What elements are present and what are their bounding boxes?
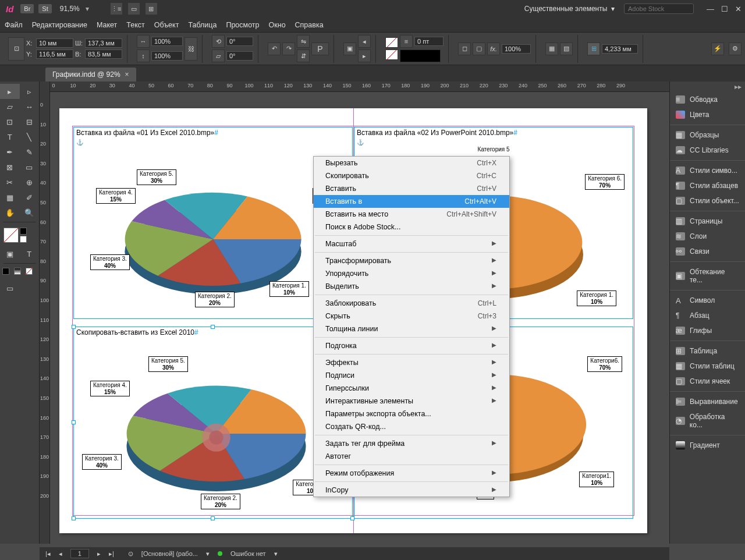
swap-fill-stroke[interactable] xyxy=(20,236,27,243)
stock-button[interactable]: St xyxy=(38,4,51,13)
panel-character[interactable]: AСимвол xyxy=(670,293,745,308)
page-nav-first[interactable]: |◂ xyxy=(45,550,51,558)
frame-fitting-icon[interactable]: ⊞ xyxy=(587,42,600,55)
ctx-item[interactable]: ЗаблокироватьCtrl+L xyxy=(314,297,509,310)
ctx-item[interactable]: Толщина линии▶ xyxy=(314,322,509,335)
shear-input[interactable] xyxy=(226,51,253,61)
ctx-item[interactable]: Эффекты▶ xyxy=(314,356,509,369)
stroke-style-dropdown[interactable] xyxy=(400,49,441,62)
apply-none[interactable] xyxy=(26,268,33,275)
minimize-button[interactable]: — xyxy=(707,5,714,13)
page-number[interactable]: 1 xyxy=(70,549,89,558)
preflight-status[interactable]: Ошибок нет xyxy=(230,550,266,557)
scale-x-input[interactable] xyxy=(151,37,183,46)
apply-color[interactable] xyxy=(2,268,9,275)
chart-frame-bl-selected[interactable]: Скопировать-вставить из Excel 2010# xyxy=(73,327,353,519)
ctx-item[interactable]: Интерактивные элементы▶ xyxy=(314,395,509,407)
ctx-item[interactable]: Вставить вCtrl+Alt+V xyxy=(314,195,509,208)
document-tab[interactable]: Графики.indd @ 92% × xyxy=(45,68,136,81)
page-nav-last[interactable]: ▸| xyxy=(109,550,114,558)
ctx-item[interactable]: Упорядочить▶ xyxy=(314,267,509,280)
fx-button[interactable]: fx. xyxy=(487,42,500,55)
close-tab-icon[interactable]: × xyxy=(125,70,129,79)
panel-object-styles[interactable]: ▢Стили объект... xyxy=(670,193,745,208)
panel-stroke[interactable]: ≡Обводка xyxy=(670,92,745,107)
close-button[interactable]: ✕ xyxy=(735,5,742,13)
h-input[interactable] xyxy=(85,49,122,59)
eyedropper-tool[interactable]: ✐ xyxy=(20,190,40,205)
screen-mode-icon[interactable]: ▭ xyxy=(127,2,140,15)
panel-text-wrap[interactable]: ▣Обтекание те... xyxy=(670,264,745,288)
ctx-item[interactable]: Масштаб▶ xyxy=(314,238,509,250)
menu-object[interactable]: Объект xyxy=(154,21,179,29)
page-tool[interactable]: ▱ xyxy=(0,99,20,114)
flip-v-icon[interactable]: ⇵ xyxy=(297,49,310,62)
rectangle-tool[interactable]: ▭ xyxy=(20,160,40,175)
fill-swatch[interactable] xyxy=(385,37,398,48)
menu-layout[interactable]: Макет xyxy=(97,21,117,29)
panel-table-styles[interactable]: ▦Стили таблиц xyxy=(670,359,745,374)
panel-paragraph[interactable]: ¶Абзац xyxy=(670,308,745,323)
scissors-tool[interactable]: ✂ xyxy=(0,175,20,190)
rotate-ccw-icon[interactable]: ↶ xyxy=(268,42,281,55)
formatting-container-icon[interactable]: ▣ xyxy=(0,246,20,261)
panel-cell-styles[interactable]: ▢Стили ячеек xyxy=(670,374,745,389)
ctx-item[interactable]: Поиск в Adobe Stock... xyxy=(314,221,509,233)
ctx-item[interactable]: Гиперссылки▶ xyxy=(314,382,509,395)
select-next-icon[interactable]: ▸ xyxy=(358,49,371,62)
pencil-tool[interactable]: ✎ xyxy=(20,144,40,160)
chart-frame-tl[interactable]: Вставка из файла «01 Из Excel 2010.bmp»#… xyxy=(73,127,353,319)
ctx-item[interactable]: Вставить на местоCtrl+Alt+Shift+V xyxy=(314,208,509,221)
ctx-item[interactable]: Задать тег для фрейма▶ xyxy=(314,437,509,450)
panel-para-styles[interactable]: ¶Стили абзацев xyxy=(670,178,745,193)
text-wrap-around-icon[interactable]: ▧ xyxy=(560,42,573,55)
menu-file[interactable]: Файл xyxy=(5,21,23,29)
panel-links[interactable]: ⚯Связи xyxy=(670,244,745,259)
x-input[interactable] xyxy=(36,38,73,48)
ctx-item[interactable]: Режим отображения▶ xyxy=(314,467,509,480)
rotate-cw-icon[interactable]: ↷ xyxy=(282,42,295,55)
free-transform-tool[interactable]: ⊕ xyxy=(20,175,40,190)
menu-table[interactable]: Таблица xyxy=(188,21,217,29)
direct-selection-tool[interactable]: ▹ xyxy=(20,84,40,99)
y-input[interactable] xyxy=(36,49,73,59)
default-fill-stroke[interactable] xyxy=(20,228,27,235)
ctx-item[interactable]: ВставитьCtrl+V xyxy=(314,182,509,195)
type-tool[interactable]: T xyxy=(0,129,20,144)
apply-gradient[interactable] xyxy=(14,268,21,275)
selection-tool[interactable]: ▸ xyxy=(0,84,20,99)
ctx-item[interactable]: Подгонка▶ xyxy=(314,339,509,352)
ctx-item[interactable]: Трансформировать▶ xyxy=(314,254,509,267)
menu-help[interactable]: Справка xyxy=(295,21,324,29)
panel-align[interactable]: ⊫Выравнивание xyxy=(670,394,745,409)
master-page-name[interactable]: [Основной] (рабо... xyxy=(141,550,198,557)
selection-handle[interactable] xyxy=(72,420,76,424)
rotate-input[interactable] xyxy=(226,37,253,46)
select-prev-icon[interactable]: ◂ xyxy=(358,35,371,48)
corner-options-icon[interactable]: ◻ xyxy=(458,42,471,55)
zoom-tool[interactable]: 🔍 xyxy=(20,205,40,220)
menu-edit[interactable]: Редактирование xyxy=(32,21,87,29)
view-mode-normal[interactable]: ▭ xyxy=(0,281,20,296)
collapse-dock-icon[interactable]: ▸▸ xyxy=(670,81,745,92)
gradient-swatch-tool[interactable]: ▦ xyxy=(0,190,20,205)
opacity-input[interactable] xyxy=(502,44,531,54)
ctx-item[interactable]: InCopy▶ xyxy=(314,484,509,497)
stock-search-input[interactable] xyxy=(624,3,694,14)
selection-handle[interactable] xyxy=(211,325,215,329)
panel-pages[interactable]: ▥Страницы xyxy=(670,214,745,229)
ctx-item[interactable]: Выделить▶ xyxy=(314,280,509,293)
selection-handle[interactable] xyxy=(72,516,76,520)
page-nav-prev[interactable]: ◂ xyxy=(59,550,62,558)
zoom-level[interactable]: 91,5% xyxy=(60,5,80,13)
scale-y-input[interactable] xyxy=(151,51,183,61)
panel-swatches[interactable]: ▦Образцы xyxy=(670,127,745,143)
reference-point-icon[interactable]: ⊡ xyxy=(8,37,24,61)
ctx-item[interactable]: ВырезатьCtrl+X xyxy=(314,157,509,169)
quick-apply-icon[interactable]: ⚡ xyxy=(711,42,724,55)
text-wrap-none-icon[interactable]: ▦ xyxy=(545,42,558,55)
panel-table[interactable]: ⊞Таблица xyxy=(670,343,745,359)
ctx-item[interactable]: СкопироватьCtrl+C xyxy=(314,169,509,182)
content-placer-tool[interactable]: ⊟ xyxy=(20,114,40,129)
maximize-button[interactable]: ☐ xyxy=(721,5,728,13)
